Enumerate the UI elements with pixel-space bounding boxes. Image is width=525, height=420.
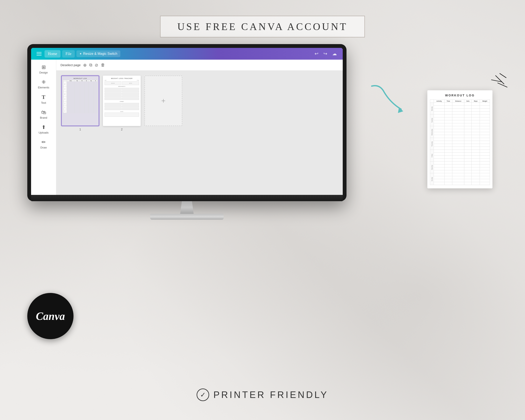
workout-preview-title: WORKOUT LOG	[430, 94, 490, 97]
wl-mini-table: Activity Time Dist Sets Reps Wt	[63, 80, 97, 113]
measurements-label: MEASUREMENTS	[104, 86, 139, 87]
table-row	[430, 132, 490, 135]
table-row	[430, 106, 490, 109]
magic-switch-button[interactable]: ✦ Resize & Magic Switch	[76, 50, 120, 57]
table-row	[430, 170, 490, 173]
sidebar-design-label: Design	[39, 71, 48, 74]
hide-page-icon[interactable]: ⊘	[95, 63, 98, 68]
printer-friendly-text: PRINTER FRIENDLY	[213, 390, 328, 400]
tuesday-cell: Tuesday	[430, 114, 434, 126]
sidebar-item-draw[interactable]: ✏ Draw	[31, 137, 56, 151]
table-row	[430, 179, 490, 182]
page-1-number: 1	[79, 128, 81, 131]
delete-page-icon[interactable]: 🗑	[101, 63, 105, 67]
elements-icon: ⁜	[42, 79, 46, 85]
canva-logo-circle: Canva	[27, 293, 74, 339]
workout-preview-table: Activity Time Distance Sets Reps Weight …	[430, 100, 490, 185]
table-row: Wednesday	[430, 126, 490, 129]
thursday-cell: Thursday	[430, 138, 434, 150]
reps-header: Reps	[472, 100, 480, 103]
monday-cell: Monday	[430, 103, 434, 114]
notes-box	[104, 112, 139, 117]
brand-icon: 🛍	[41, 109, 46, 115]
summary-section	[104, 103, 139, 111]
bottom-section: ✓ PRINTER FRIENDLY	[197, 389, 328, 401]
page-2-thumb[interactable]: WEIGHT LOSS TRACKER DATE TOTAL BEFORE AF…	[103, 75, 141, 126]
cloud-save-button[interactable]: ☁	[330, 50, 338, 57]
canva-logo-text: Canva	[36, 310, 65, 322]
canva-sidebar: ⊞ Design ⁜ Elements T Text 🛍 Brand	[31, 60, 56, 195]
before-box: BEFORE	[104, 81, 121, 85]
table-row: Thursday	[430, 138, 490, 141]
table-row	[430, 153, 490, 156]
undo-button[interactable]: ↩	[313, 50, 320, 57]
home-button[interactable]: Home	[45, 50, 60, 57]
table-row	[430, 147, 490, 150]
table-row	[430, 112, 490, 114]
table-row: Tuesday	[430, 114, 490, 117]
table-row: Friday	[430, 150, 490, 153]
page-2-wrap: WEIGHT LOSS TRACKER DATE TOTAL BEFORE AF…	[103, 75, 141, 131]
add-page-button[interactable]: +	[144, 75, 182, 126]
measurements-section	[104, 87, 139, 100]
top-banner-text: USE FREE CANVA ACCOUNT	[177, 21, 347, 32]
svg-line-2	[500, 74, 506, 78]
wl-mini-title: WORKOUT LOG	[63, 78, 97, 79]
uploads-icon: ⬆	[42, 124, 46, 130]
sidebar-item-text[interactable]: T Text	[31, 92, 56, 106]
sidebar-uploads-label: Uploads	[39, 131, 49, 134]
table-row	[430, 109, 490, 112]
wlt-mini-title: WEIGHT LOSS TRACKER	[104, 78, 139, 79]
sunday-cell: Sunday	[430, 173, 434, 185]
day-header	[430, 100, 434, 103]
monitor-stand-neck	[178, 201, 195, 214]
table-row	[430, 123, 490, 126]
teal-arrow	[367, 82, 410, 113]
sidebar-item-elements[interactable]: ⁜ Elements	[31, 77, 56, 91]
table-row	[430, 144, 490, 147]
star-icon: ✦	[79, 52, 82, 56]
design-icon: ⊞	[42, 64, 46, 70]
table-row	[430, 176, 490, 179]
checkmark-circle: ✓	[197, 389, 209, 401]
page-1-thumb[interactable]: WORKOUT LOG Activity Time Dist	[61, 75, 99, 126]
page-1-wrap: WORKOUT LOG Activity Time Dist	[61, 75, 99, 131]
top-banner: USE FREE CANVA ACCOUNT	[160, 16, 365, 37]
sidebar-draw-label: Draw	[40, 146, 47, 149]
friday-cell: Friday	[430, 150, 434, 161]
table-row	[430, 129, 490, 132]
activity-header: Activity	[434, 100, 445, 103]
monitor-chin	[31, 195, 343, 201]
monitor-wrap: Home File ✦ Resize & Magic Switch ↩ ↪ ☁ …	[27, 44, 347, 220]
canva-canvas: WORKOUT LOG Activity Time Dist	[56, 71, 343, 195]
add-page-icon[interactable]: ⊕	[83, 63, 87, 68]
notes-label: NOTES	[104, 111, 139, 112]
table-row	[430, 182, 490, 185]
wlt-total-label: TOTAL	[137, 80, 139, 81]
sidebar-item-design[interactable]: ⊞ Design	[31, 62, 56, 76]
after-box: AFTER	[122, 81, 139, 85]
redo-button[interactable]: ↪	[322, 50, 329, 57]
deselect-page-button[interactable]: Deselect page	[60, 63, 81, 67]
hamburger-menu[interactable]	[35, 50, 43, 57]
wlt-date-label: DATE	[104, 80, 106, 81]
sidebar-item-uploads[interactable]: ⬆ Uploads	[31, 122, 56, 136]
table-row: Monday	[430, 103, 490, 106]
sidebar-elements-label: Elements	[38, 86, 49, 89]
weight-header: Weight	[480, 100, 490, 103]
table-row	[430, 164, 490, 167]
day-col-header	[63, 80, 67, 82]
checkmark-icon: ✓	[200, 391, 206, 399]
monitor-outer: Home File ✦ Resize & Magic Switch ↩ ↪ ☁ …	[27, 44, 347, 201]
file-button[interactable]: File	[62, 50, 75, 57]
saturday-cell: Saturday	[430, 161, 434, 173]
table-row	[430, 156, 490, 159]
workout-log-mini: WORKOUT LOG Activity Time Dist	[62, 76, 99, 126]
sidebar-item-brand[interactable]: 🛍 Brand	[31, 107, 56, 121]
svg-line-1	[496, 75, 504, 84]
table-row	[430, 120, 490, 123]
canva-content: ⊞ Design ⁜ Elements T Text 🛍 Brand	[31, 60, 343, 195]
copy-page-icon[interactable]: ⧉	[89, 63, 92, 67]
table-row	[430, 117, 490, 120]
page-2-number: 2	[121, 128, 123, 131]
